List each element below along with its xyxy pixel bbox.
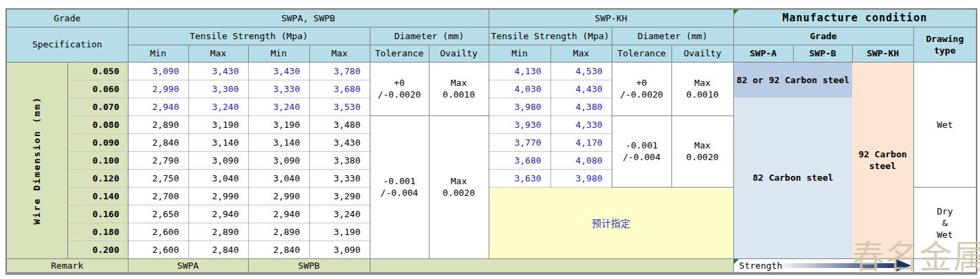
swpb-max-cell: 3,530 xyxy=(309,98,370,115)
kh-max-cell: 4,530 xyxy=(550,62,612,80)
kh-min-cell: 3,980 xyxy=(489,98,550,115)
swpa-min-cell: 2,790 xyxy=(128,151,188,169)
remark-row: Remark SWPA SWPB Strength xyxy=(6,258,977,274)
swpb-max-cell: 3,240 xyxy=(309,205,370,223)
swpa-min-header: Min xyxy=(128,45,188,62)
swpa-min-cell: 2,990 xyxy=(128,80,188,98)
remark-swpa: SWPA xyxy=(128,258,248,274)
swpb-max-cell: 3,330 xyxy=(309,169,370,187)
swpb-min-cell: 3,190 xyxy=(248,115,309,133)
wire-dimension-label: Wire Dimension (mm) xyxy=(32,96,42,225)
dim-value: 0.160 xyxy=(67,205,128,223)
swpb-min-cell: 3,430 xyxy=(248,62,309,80)
kh-tolerance-lower: -0.001 /-0.004 xyxy=(612,115,671,187)
strength-legend-cell: Strength xyxy=(733,258,913,274)
swpa-min-cell: 2,600 xyxy=(128,223,188,241)
strength-gradient-arrow-icon xyxy=(783,259,911,271)
swpb-max-cell: 3,780 xyxy=(309,62,370,80)
kh-min-header: Min xyxy=(489,45,550,62)
kh-tolerance-header: Tolerance xyxy=(612,45,671,62)
swpb-min-cell: 3,090 xyxy=(248,151,309,169)
swp-kh-col-header: SWP-KH xyxy=(852,45,913,62)
swpa-min-cell: 2,600 xyxy=(128,241,188,258)
swpa-max-cell: 2,890 xyxy=(188,223,248,241)
specification-header: Specification xyxy=(6,27,128,62)
manufacture-condition-label: Manufacture condition xyxy=(783,12,928,24)
swpa-max-cell: 3,040 xyxy=(188,169,248,187)
swpb-min-cell: 3,140 xyxy=(248,133,309,151)
condition-82-carbon: 82 Carbon steel xyxy=(733,98,852,258)
condition-82-or-92: 82 or 92 Carbon steel xyxy=(733,62,852,98)
drawing-type-wet: Wet xyxy=(913,62,977,187)
kh-max-cell: 4,430 xyxy=(550,80,612,98)
wire-dimension-axis: Wire Dimension (mm) xyxy=(6,62,67,258)
swpa-max-cell: 3,140 xyxy=(188,133,248,151)
table-row: 0.070 2,940 3,240 3,240 3,530 3,980 4,38… xyxy=(6,98,977,115)
kh-max-cell: 3,980 xyxy=(550,169,612,187)
swp-kh-header: SWP-KH xyxy=(489,9,733,27)
dim-value: 0.090 xyxy=(67,133,128,151)
swpb-max-cell: 3,190 xyxy=(309,223,370,241)
header-row-1: Grade SWPA, SWPB SWP-KH Manufacture cond… xyxy=(6,9,977,27)
remark-empty-cell xyxy=(370,258,733,274)
diameter-header-swpab: Diameter (mm) xyxy=(370,27,489,45)
dim-value: 0.120 xyxy=(67,169,128,187)
drawing-type-header: Drawing type xyxy=(913,27,977,62)
remark-swpb: SWPB xyxy=(248,258,370,274)
kh-max-cell: 4,080 xyxy=(550,151,612,169)
swpa-swpb-header: SWPA, SWPB xyxy=(128,9,489,27)
dim-value: 0.140 xyxy=(67,187,128,205)
dim-value: 0.070 xyxy=(67,98,128,115)
comment-marker-icon xyxy=(734,259,739,264)
swpb-max-cell: 3,290 xyxy=(309,187,370,205)
kh-max-cell: 4,330 xyxy=(550,115,612,133)
kh-ovailty-header: Ovailty xyxy=(671,45,733,62)
spec-sheet: Grade SWPA, SWPB SWP-KH Manufacture cond… xyxy=(0,0,980,279)
kh-tolerance-upper: +0 /-0.0020 xyxy=(612,62,671,115)
kh-max-cell: 4,380 xyxy=(550,98,612,115)
remark-right-empty-cell xyxy=(913,258,977,274)
tensile-strength-header-swpab: Tensile Strength (Mpa) xyxy=(128,27,370,45)
swpab-tolerance-upper: +0 /-0.0020 xyxy=(370,62,429,115)
dim-value: 0.200 xyxy=(67,241,128,258)
dim-value: 0.100 xyxy=(67,151,128,169)
swpa-max-cell: 3,090 xyxy=(188,151,248,169)
swpa-min-cell: 2,840 xyxy=(128,133,188,151)
kh-min-cell: 4,130 xyxy=(489,62,550,80)
kh-max-cell: 4,170 xyxy=(550,133,612,151)
strength-label: Strength xyxy=(739,260,783,271)
swpa-max-cell: 3,240 xyxy=(188,98,248,115)
diameter-header-kh: Diameter (mm) xyxy=(612,27,733,45)
swpa-min-cell: 2,940 xyxy=(128,98,188,115)
swpa-min-cell: 2,700 xyxy=(128,187,188,205)
swpa-max-cell: 2,940 xyxy=(188,205,248,223)
swp-a-col-header: SWP-A xyxy=(733,45,793,62)
swpb-max-cell: 3,430 xyxy=(309,133,370,151)
swpab-ovailty-lower: Max 0.0020 xyxy=(429,115,489,258)
pending-designation-note: 预计指定 xyxy=(489,187,733,258)
kh-min-cell: 4,030 xyxy=(489,80,550,98)
swpa-min-cell: 2,890 xyxy=(128,115,188,133)
swpb-min-header: Min xyxy=(248,45,309,62)
drawing-type-dry-wet: Dry & Wet xyxy=(913,187,977,258)
swpb-min-cell: 2,990 xyxy=(248,187,309,205)
swpb-max-cell: 3,090 xyxy=(309,241,370,258)
wire-spec-table: Grade SWPA, SWPB SWP-KH Manufacture cond… xyxy=(5,8,977,275)
remark-label: Remark xyxy=(6,258,128,274)
condition-92-carbon: 92 Carbon steel xyxy=(852,62,913,258)
swpa-max-cell: 3,430 xyxy=(188,62,248,80)
tensile-strength-header-kh: Tensile Strength (Mpa) xyxy=(489,27,612,45)
swpab-tolerance-lower: -0.001 /-0.004 xyxy=(370,115,429,258)
swpb-min-cell: 2,840 xyxy=(248,241,309,258)
kh-max-header: Max xyxy=(550,45,612,62)
swp-b-col-header: SWP-B xyxy=(793,45,852,62)
dim-value: 0.060 xyxy=(67,80,128,98)
swpa-max-cell: 3,190 xyxy=(188,115,248,133)
swpa-max-cell: 2,840 xyxy=(188,241,248,258)
swpb-min-cell: 2,940 xyxy=(248,205,309,223)
kh-min-cell: 3,630 xyxy=(489,169,550,187)
swpb-max-cell: 3,480 xyxy=(309,115,370,133)
dim-value: 0.180 xyxy=(67,223,128,241)
kh-ovailty-lower: Max 0.0020 xyxy=(671,115,733,187)
dim-value: 0.050 xyxy=(67,62,128,80)
